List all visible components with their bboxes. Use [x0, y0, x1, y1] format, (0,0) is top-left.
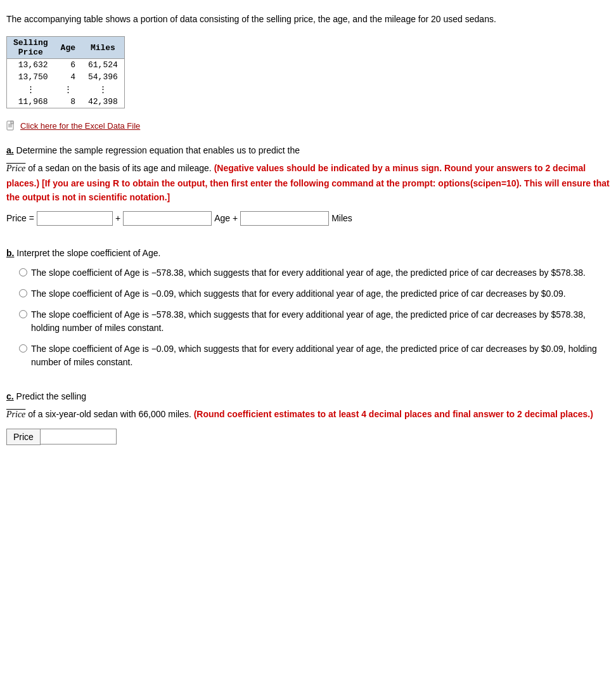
cell-ellipsis: ⋮	[55, 83, 82, 96]
radio-option-2[interactable]: The slope coefficient of Age is −0.09, w…	[19, 287, 610, 301]
radio-group-b: The slope coefficient of Age is −578.38,…	[19, 266, 610, 369]
section-a-label: a.	[6, 145, 14, 155]
radio-label-2: The slope coefficient of Age is −0.09, w…	[31, 287, 566, 301]
intro-text: The accompanying table shows a portion o…	[6, 13, 610, 26]
section-b-label: b.	[6, 248, 14, 258]
radio-input-2[interactable]	[19, 289, 27, 297]
section-a: a. Determine the sample regression equat…	[6, 143, 610, 226]
radio-input-3[interactable]	[19, 310, 27, 318]
radio-option-3[interactable]: The slope coefficient of Age is −578.38,…	[19, 308, 610, 335]
cell-price: 11,968	[7, 96, 55, 108]
radio-input-1[interactable]	[19, 268, 27, 276]
data-table: SellingPrice Age Miles 13,632 6 61,524 1…	[7, 37, 124, 108]
excel-link[interactable]: Click here for the Excel Data File	[6, 120, 610, 131]
section-a-text2: of a sedan on the basis of its age and m…	[28, 163, 214, 173]
eq-age-label: Age +	[214, 213, 238, 223]
cell-age: 6	[55, 59, 82, 72]
eq-miles-label: Miles	[331, 213, 352, 223]
table-row: 13,632 6 61,524	[7, 59, 124, 72]
col-header-miles: Miles	[82, 37, 124, 59]
cell-miles: 54,396	[82, 71, 124, 83]
cell-miles: 61,524	[82, 59, 124, 72]
cell-miles: 42,398	[82, 96, 124, 108]
radio-option-4[interactable]: The slope coefficient of Age is −0.09, w…	[19, 342, 610, 369]
section-b: b. Interpret the slope coefficient of Ag…	[6, 246, 610, 369]
section-a-text1: Determine the sample regression equation…	[16, 145, 300, 155]
predict-row: Price	[6, 429, 610, 445]
price-overline-a: Price	[6, 164, 25, 173]
radio-label-1: The slope coefficient of Age is −578.38,…	[31, 266, 586, 280]
section-c-bold-text: (Round coefficient estimates to at least…	[194, 409, 593, 419]
section-c-label: c.	[6, 391, 14, 401]
section-c-text2: of a six-year-old sedan with 66,000 mile…	[28, 409, 193, 419]
eq-price-label: Price =	[6, 213, 34, 223]
cell-ellipsis: ⋮	[7, 83, 55, 96]
col-header-price: SellingPrice	[7, 37, 55, 59]
radio-input-4[interactable]	[19, 344, 27, 353]
data-table-wrapper: SellingPrice Age Miles 13,632 6 61,524 1…	[6, 36, 125, 108]
col-header-age: Age	[55, 37, 82, 59]
cell-ellipsis: ⋮	[82, 83, 124, 96]
radio-label-4: The slope coefficient of Age is −0.09, w…	[31, 342, 610, 369]
equation-row: Price = + Age + Miles	[6, 211, 610, 226]
predict-label: Price	[6, 429, 41, 445]
svg-rect-1	[11, 121, 13, 124]
radio-label-3: The slope coefficient of Age is −578.38,…	[31, 308, 610, 335]
section-c: c. Predict the selling Price of a six-ye…	[6, 389, 610, 445]
table-row-ellipsis: ⋮ ⋮ ⋮	[7, 83, 124, 96]
table-row: 13,750 4 54,396	[7, 71, 124, 83]
cell-price: 13,632	[7, 59, 55, 72]
section-c-text1: Predict the selling	[16, 391, 87, 401]
excel-file-icon	[6, 120, 16, 131]
table-row: 11,968 8 42,398	[7, 96, 124, 108]
cell-age: 4	[55, 71, 82, 83]
predict-input[interactable]	[41, 429, 117, 444]
price-overline-c: Price	[6, 410, 25, 419]
eq-plus1: +	[115, 213, 120, 223]
eq-input-miles-coef[interactable]	[240, 211, 329, 226]
eq-input-age-coef[interactable]	[123, 211, 212, 226]
section-b-text: Interpret the slope coefficient of Age.	[16, 248, 160, 258]
eq-input-intercept[interactable]	[37, 211, 113, 226]
cell-price: 13,750	[7, 71, 55, 83]
radio-option-1[interactable]: The slope coefficient of Age is −578.38,…	[19, 266, 610, 280]
excel-link-label: Click here for the Excel Data File	[20, 121, 140, 131]
cell-age: 8	[55, 96, 82, 108]
